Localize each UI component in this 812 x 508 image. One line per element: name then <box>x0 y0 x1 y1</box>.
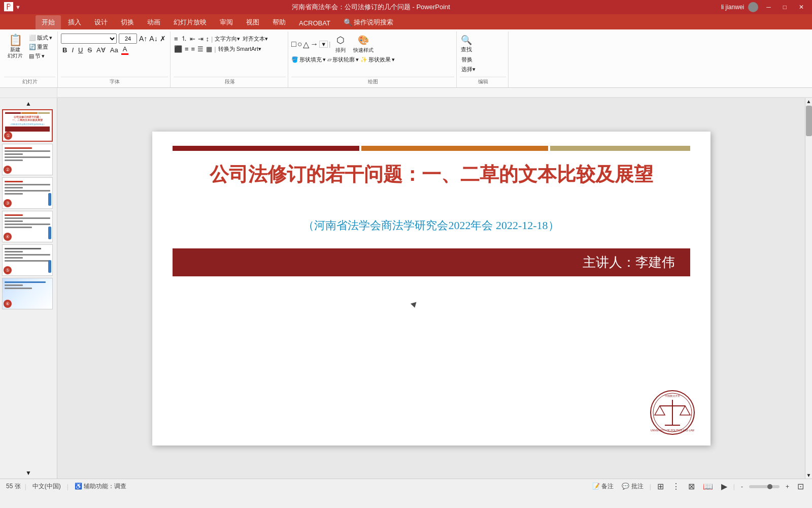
accessibility-icon: ♿ <box>75 483 82 490</box>
justify[interactable]: ☰ <box>197 45 204 53</box>
shape-oval[interactable]: ○ <box>297 40 302 49</box>
section-button[interactable]: ▤ 节▾ <box>27 52 54 60</box>
select-button[interactable]: 选择▾ <box>460 65 477 74</box>
slide-thumbnail-1[interactable]: 公司法修订的若干问题：一、二草的文本比较及展望 （河南省法学会商法学研究会202… <box>2 109 53 142</box>
slide-panel: ▲ 公司法修订的若干问题：一、二草的文本比较及展望 （河南省法学会商法学研究会2… <box>0 98 57 479</box>
underline-button[interactable]: U <box>77 46 84 54</box>
slide-sorter-btn[interactable]: ⊠ <box>686 481 697 492</box>
arrange-button[interactable]: ⬡ 排列 <box>331 34 350 55</box>
char-spacing[interactable]: AⱯ <box>95 46 107 54</box>
bullets-button[interactable]: ≡ <box>174 35 179 43</box>
slideshow-btn[interactable]: ▶ <box>719 481 729 492</box>
zoom-in-btn[interactable]: + <box>784 483 791 491</box>
align-right[interactable]: ≡ <box>191 45 196 53</box>
tab-acrobat[interactable]: ACROBAT <box>293 17 336 29</box>
line-spacing[interactable]: ↕ <box>206 35 210 43</box>
tab-review[interactable]: 审阅 <box>214 15 239 29</box>
vertical-scrollbar[interactable]: ▲ ▼ <box>805 98 812 479</box>
ribbon-font-group: A↑ A↓ ✗ B I U S AⱯ Aa A 字体 <box>59 31 171 87</box>
replace-button[interactable]: 替换 <box>460 55 474 64</box>
zoom-out-btn[interactable]: - <box>739 483 745 491</box>
comments-button[interactable]: 💬 批注 <box>620 482 645 491</box>
comment-icon: 💬 <box>622 483 629 490</box>
find-icon: 🔍 <box>461 35 472 46</box>
quick-styles-button[interactable]: 🎨 快速样式 <box>351 34 376 55</box>
ribbon-editing-group: 🔍 查找 替换 选择▾ 编辑 <box>458 31 509 87</box>
font-size-input[interactable] <box>119 34 137 44</box>
shape-effect-button[interactable]: ✨ 形状效果▾ <box>360 56 395 64</box>
layout-button[interactable]: ⬜ 版式▾ <box>27 34 54 42</box>
language-indicator[interactable]: 中文(中国) <box>30 482 63 491</box>
tab-insert[interactable]: 插入 <box>62 15 87 29</box>
tab-animations[interactable]: 动画 <box>141 15 166 29</box>
strikethrough-button[interactable]: S <box>86 46 93 54</box>
cols-button[interactable]: ▦ <box>206 45 213 53</box>
slide-thumbnail-5[interactable]: ⑤ <box>2 244 53 276</box>
reset-button[interactable]: 🔄 重置 <box>27 43 54 51</box>
font-size-down[interactable]: A↓ <box>149 35 157 43</box>
tab-slideshow[interactable]: 幻灯片放映 <box>167 15 213 29</box>
slide-thumbnail-4[interactable]: ④ <box>2 211 53 242</box>
titlebar-max[interactable]: □ <box>779 3 791 12</box>
text-direction[interactable]: 文字方向▾ <box>214 35 241 43</box>
font-color[interactable]: A <box>121 45 129 55</box>
paragraph-group-label: 段落 <box>174 77 286 86</box>
slide-main-title[interactable]: 公司法修订的若干问题：一、二草的文本比较及展望 <box>173 162 690 187</box>
slide-thumbnail-2[interactable]: ② <box>2 144 53 175</box>
arrange-icon: ⬡ <box>336 35 345 46</box>
normal-view-btn[interactable]: ⊞ <box>655 481 666 492</box>
fit-slide-btn[interactable]: ⊡ <box>795 481 806 492</box>
user-name[interactable]: li jianwei <box>721 4 744 11</box>
slide-thumbnail-6[interactable]: ⑥ <box>2 278 53 309</box>
slide-speaker-text[interactable]: 主讲人：李建伟 <box>583 253 675 271</box>
slide-canvas-area[interactable]: 公司法修订的若干问题：一、二草的文本比较及展望 （河南省法学会商法学研究会202… <box>57 98 805 479</box>
align-text[interactable]: 对齐文本▾ <box>242 35 268 43</box>
slide-subtitle[interactable]: （河南省法学会商法学研究会2022年会 2022-12-18） <box>173 218 690 233</box>
increase-indent[interactable]: ⇥ <box>197 35 204 43</box>
ruler-top: // inline SVG generation via template <box>57 88 812 98</box>
clear-format[interactable]: ✗ <box>160 35 166 43</box>
shape-fill-button[interactable]: 🪣 形状填充▾ <box>291 56 326 64</box>
titlebar-min[interactable]: ─ <box>762 3 775 12</box>
align-center[interactable]: ≡ <box>184 45 189 53</box>
shape-triangle[interactable]: △ <box>303 40 309 49</box>
titlebar: 🅿 ▼ 河南省商法年会：公司法修订的几个问题 - PowerPoint li j… <box>0 0 812 14</box>
notes-button[interactable]: 📝 备注 <box>590 482 616 491</box>
tab-search[interactable]: 🔍 操作说明搜索 <box>337 15 399 29</box>
decrease-indent[interactable]: ⇤ <box>189 35 196 43</box>
align-left[interactable]: ⬛ <box>174 45 183 53</box>
find-button[interactable]: 🔍 查找 <box>460 34 473 54</box>
bold-button[interactable]: B <box>61 46 69 54</box>
ribbon-drawing-group: □ ○ △ → ▼ | ⬡ 排列 🎨 快速样式 🪣 形状填充▾ <box>289 31 457 87</box>
scroll-up[interactable]: ▲ <box>806 99 811 104</box>
font-family-select[interactable] <box>61 34 117 44</box>
tab-view[interactable]: 视图 <box>240 15 265 29</box>
new-slide-button[interactable]: 📋 新建 幻灯片 <box>4 34 26 60</box>
convert-smartart[interactable]: 转换为 SmartArt▾ <box>218 45 262 53</box>
shape-outline-button[interactable]: ▱ 形状轮廓▾ <box>327 56 359 64</box>
titlebar-close[interactable]: ✕ <box>795 3 808 12</box>
shape-more[interactable]: ▼ <box>319 41 328 48</box>
tab-home[interactable]: 开始 <box>36 15 61 29</box>
scroll-up-arrow[interactable]: ▲ <box>2 100 55 107</box>
reading-view-btn[interactable]: 📖 <box>701 481 715 492</box>
zoom-slider[interactable] <box>749 485 780 488</box>
bar-red <box>173 146 359 151</box>
scroll-down[interactable]: ▼ <box>806 472 811 478</box>
slide-thumbnail-3[interactable]: ③ <box>2 177 53 209</box>
scroll-thumb[interactable] <box>806 106 812 136</box>
shape-rect[interactable]: □ <box>291 40 296 49</box>
font-size-up[interactable]: A↑ <box>139 35 147 43</box>
scroll-down-arrow[interactable]: ▼ <box>2 469 55 477</box>
accessibility-btn[interactable]: ♿ 辅助功能：调查 <box>73 482 128 491</box>
bar-orange <box>361 146 548 151</box>
numbering-button[interactable]: ⒈ <box>180 34 188 44</box>
shape-arrow[interactable]: → <box>310 40 318 49</box>
tab-transitions[interactable]: 切换 <box>115 15 140 29</box>
outline-view-btn[interactable]: ⋮ <box>670 481 682 492</box>
tab-design[interactable]: 设计 <box>88 15 114 29</box>
font-case[interactable]: Aa <box>109 46 120 54</box>
tab-help[interactable]: 帮助 <box>266 15 292 29</box>
italic-button[interactable]: I <box>70 46 75 54</box>
ribbon-tabs: 开始 插入 设计 切换 动画 幻灯片放映 审阅 视图 帮助 ACROBAT 🔍 … <box>0 14 812 29</box>
